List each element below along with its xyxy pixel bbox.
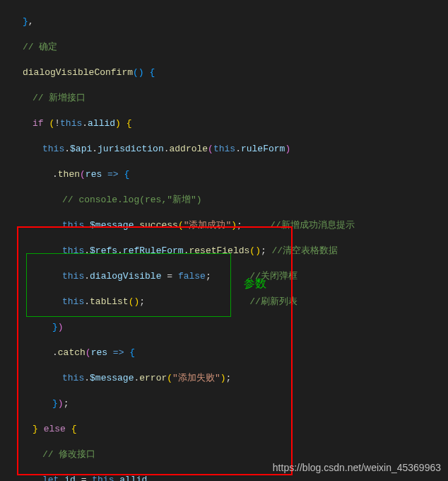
code-line: },	[13, 16, 448, 28]
code-line: this.tabList(); //刷新列表	[13, 296, 448, 308]
code-line: dialogVisibleConfirm() {	[13, 66, 448, 79]
code-line: })	[13, 321, 448, 334]
code-line: this.$refs.refRuleForm.resetFields(); //…	[13, 245, 448, 257]
code-line: this.dialogVisible = false; //关闭弹框	[13, 270, 448, 283]
code-line: // 修改接口	[13, 448, 448, 461]
code-line: .then(res => {	[13, 168, 448, 181]
code-line: // console.log(res,"新增")	[13, 194, 448, 207]
code-line: // 确定	[13, 41, 448, 54]
code-line: this.$api.jurisdiction.addrole(this.rule…	[13, 143, 448, 156]
code-line: .catch(res => {	[13, 347, 448, 359]
code-line: // 新增接口	[13, 92, 448, 105]
code-line: if (!this.allid) {	[13, 117, 448, 130]
code-line: });	[13, 398, 448, 410]
code-line: let id = this.allid	[13, 474, 448, 481]
code-line: } else {	[13, 423, 448, 436]
code-line: this.$message.success("添加成功"); //新增成功消息提…	[13, 219, 448, 232]
code-line: this.$message.error("添加失败");	[13, 372, 448, 385]
code-editor[interactable]: }, // 确定 dialogVisibleConfirm() { // 新增接…	[0, 0, 448, 481]
